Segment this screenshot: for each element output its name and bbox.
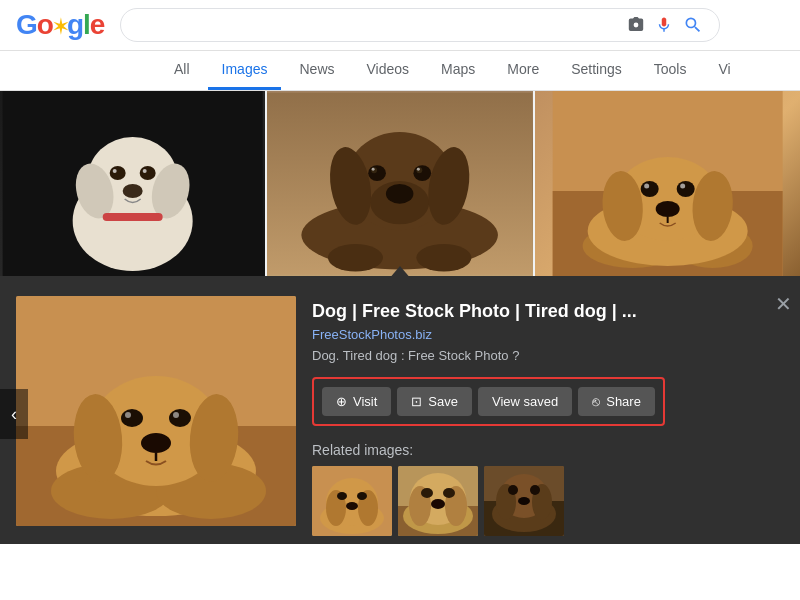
svg-point-9 [123, 184, 143, 198]
svg-point-39 [655, 201, 679, 217]
svg-point-24 [386, 184, 414, 204]
related-thumb-3[interactable] [484, 466, 564, 536]
view-saved-label: View saved [492, 394, 558, 409]
svg-point-51 [125, 412, 131, 418]
svg-point-37 [644, 184, 649, 189]
save-label: Save [428, 394, 458, 409]
logo-e: e [90, 9, 105, 40]
nav-tools[interactable]: Tools [640, 51, 701, 90]
search-button[interactable] [683, 15, 703, 35]
action-buttons-group: ⊕ Visit ⊡ Save View saved ⎋ Share [312, 377, 665, 426]
nav-videos[interactable]: Videos [353, 51, 424, 90]
nav-vi[interactable]: Vi [704, 51, 744, 90]
detail-arrow [0, 276, 800, 284]
logo-o1: o [37, 9, 53, 40]
svg-point-49 [121, 409, 143, 427]
navigation: All Images News Videos Maps More Setting… [0, 51, 800, 91]
nav-more[interactable]: More [493, 51, 553, 90]
related-thumbnails [312, 466, 784, 536]
svg-point-35 [640, 181, 658, 197]
nav-images[interactable]: Images [208, 51, 282, 90]
related-thumb-2[interactable] [398, 466, 478, 536]
related-label: Related images: [312, 442, 784, 458]
logo-star: ✶ [53, 17, 67, 37]
detail-image[interactable] [16, 296, 296, 526]
svg-point-61 [357, 492, 367, 500]
save-button[interactable]: ⊡ Save [397, 387, 472, 416]
svg-point-6 [140, 166, 156, 180]
related-thumb-1[interactable] [312, 466, 392, 536]
svg-point-22 [372, 168, 375, 171]
svg-point-25 [328, 244, 383, 272]
view-saved-button[interactable]: View saved [478, 387, 572, 416]
svg-point-5 [110, 166, 126, 180]
svg-point-8 [143, 169, 147, 173]
svg-point-62 [346, 502, 358, 510]
close-button[interactable]: ✕ [775, 292, 792, 316]
visit-button[interactable]: ⊕ Visit [322, 387, 391, 416]
search-input[interactable]: dogs free stock images [137, 17, 619, 34]
svg-point-78 [508, 485, 518, 495]
svg-point-60 [337, 492, 347, 500]
detail-title: Dog | Free Stock Photo | Tired dog | ... [312, 300, 784, 323]
camera-search-icon[interactable] [627, 16, 645, 34]
detail-info: Dog | Free Stock Photo | Tired dog | ...… [312, 296, 784, 532]
share-button[interactable]: ⎋ Share [578, 387, 655, 416]
globe-icon: ⊕ [336, 394, 347, 409]
search-icons [627, 15, 703, 35]
nav-settings[interactable]: Settings [557, 51, 636, 90]
grid-image-2[interactable] [267, 91, 532, 276]
nav-news[interactable]: News [285, 51, 348, 90]
nav-right: Settings Tools Vi [557, 51, 744, 90]
nav-maps[interactable]: Maps [427, 51, 489, 90]
detail-source[interactable]: FreeStockPhotos.biz [312, 327, 784, 342]
bookmark-icon: ⊡ [411, 394, 422, 409]
svg-point-19 [414, 165, 432, 181]
svg-point-52 [173, 412, 179, 418]
nav-all[interactable]: All [160, 51, 204, 90]
svg-point-23 [417, 168, 420, 171]
svg-point-53 [141, 433, 171, 453]
detail-description: Dog. Tired dog : Free Stock Photo ? [312, 348, 784, 363]
grid-image-1[interactable] [0, 91, 265, 276]
svg-point-71 [431, 499, 445, 509]
svg-point-80 [518, 497, 530, 505]
share-icon: ⎋ [592, 394, 600, 409]
svg-point-79 [530, 485, 540, 495]
svg-point-7 [113, 169, 117, 173]
logo-g2: g [67, 9, 83, 40]
detail-wrapper: ✕ ‹ [0, 284, 800, 544]
grid-image-3[interactable] [535, 91, 800, 276]
logo-l: l [83, 9, 90, 40]
svg-point-69 [421, 488, 433, 498]
detail-panel: Dog | Free Stock Photo | Tired dog | ...… [0, 284, 800, 544]
header: Go✶gle dogs free stock images [0, 0, 800, 51]
share-label: Share [606, 394, 641, 409]
logo-g: G [16, 9, 37, 40]
image-grid [0, 91, 800, 276]
svg-point-36 [676, 181, 694, 197]
svg-rect-10 [103, 213, 163, 221]
search-bar: dogs free stock images [120, 8, 720, 42]
up-arrow [388, 266, 412, 280]
voice-search-icon[interactable] [655, 16, 673, 34]
visit-label: Visit [353, 394, 377, 409]
svg-point-50 [169, 409, 191, 427]
svg-point-18 [369, 165, 387, 181]
svg-point-26 [417, 244, 472, 272]
google-logo[interactable]: Go✶gle [16, 9, 104, 41]
prev-image-button[interactable]: ‹ [0, 389, 28, 439]
svg-point-70 [443, 488, 455, 498]
svg-point-38 [680, 184, 685, 189]
